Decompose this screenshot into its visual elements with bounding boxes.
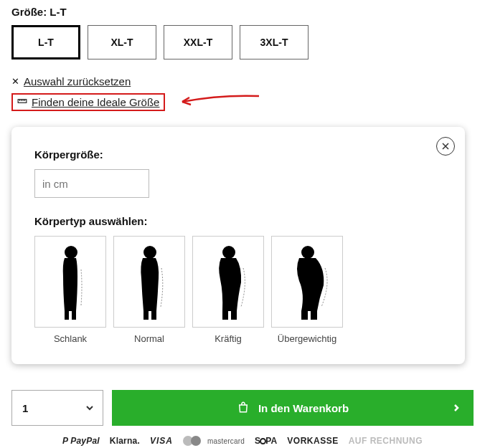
height-label: Körpergröße: [34,148,442,161]
chevron-down-icon [85,402,94,414]
payment-methods: P PayPal Klarna. VISA mastercard SPA VOR… [11,436,474,446]
bodytype-label: Körpertyp auswählen: [34,215,442,227]
bodytype-normal[interactable]: Normal [113,236,185,344]
reset-selection-link[interactable]: ✕ Auswahl zurücksetzen [11,75,131,87]
size-option-lt[interactable]: L-T [11,25,80,59]
size-finder-modal: Körpergröße: Körpertyp auswählen: Schlan… [11,127,465,364]
bodytype-overweight[interactable]: Übergewichtig [271,236,343,344]
chevron-right-icon [452,402,461,414]
body-type-options: Schlank Normal Kräftig Übergewichtig [34,236,442,344]
reset-label: Auswahl zurücksetzen [24,75,131,87]
close-icon [441,142,450,151]
size-option-xlt[interactable]: XL-T [88,25,156,59]
mastercard-logo: mastercard [183,436,245,446]
close-button[interactable] [436,137,455,156]
size-option-xxlt[interactable]: XXL-T [164,25,232,59]
svg-point-3 [222,246,235,259]
annotation-arrow [176,92,263,109]
sepa-logo: SPA [255,436,277,446]
find-label: Finden deine Ideale Größe [32,96,159,108]
bodytype-slim[interactable]: Schlank [34,236,106,344]
size-label: Größe: L-T [11,6,474,18]
size-option-3xlt[interactable]: 3XL-T [240,25,309,59]
vorkasse-label: VORKASSE [287,436,338,446]
height-input[interactable] [34,169,149,198]
cart-row: 1 In den Warenkorb [11,390,474,426]
bodytype-label: Übergewichtig [271,333,343,344]
visa-logo: VISA [150,436,173,446]
close-icon: ✕ [11,76,19,87]
find-ideal-size-link[interactable]: Finden deine Ideale Größe [11,93,165,111]
quantity-value: 1 [22,402,28,414]
klarna-logo: Klarna. [110,436,140,446]
bodytype-strong[interactable]: Kräftig [192,236,264,344]
bodytype-label: Kräftig [192,333,264,344]
auf-rechnung-label: AUF RECHNUNG [349,436,423,446]
ruler-icon [17,96,27,108]
size-options: L-T XL-T XXL-T 3XL-T [11,25,474,59]
paypal-logo: P PayPal [62,436,100,446]
bodytype-label: Normal [113,333,185,344]
svg-point-2 [143,246,156,259]
bag-icon [237,401,250,416]
cart-label: In den Warenkorb [258,402,349,414]
svg-point-1 [65,246,77,259]
bodytype-label: Schlank [34,333,106,344]
quantity-select[interactable]: 1 [11,390,103,426]
svg-point-4 [301,246,314,259]
add-to-cart-button[interactable]: In den Warenkorb [112,390,474,426]
